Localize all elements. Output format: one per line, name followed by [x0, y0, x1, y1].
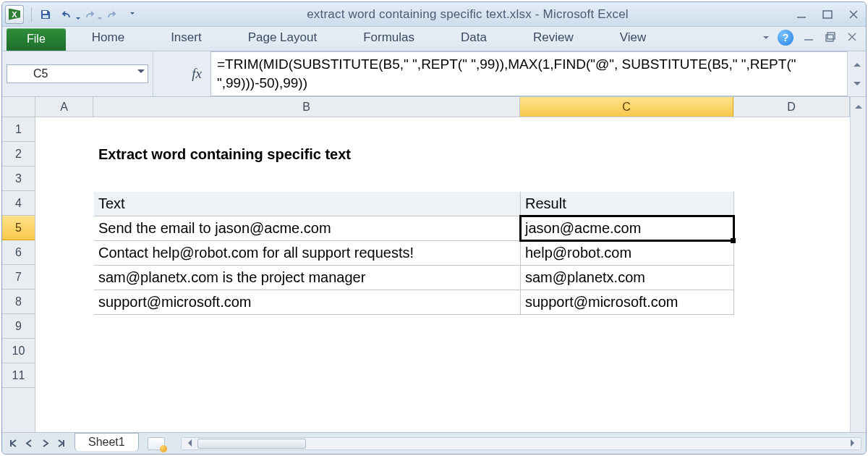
tab-data[interactable]: Data — [454, 26, 494, 51]
ribbon-minimize-caret-icon[interactable] — [763, 36, 769, 42]
row-header[interactable]: 4 — [2, 191, 35, 216]
formula-scroll-down[interactable] — [848, 74, 866, 96]
window-controls — [795, 8, 860, 21]
redo-icon — [83, 9, 95, 20]
name-box-wrap: C5 — [2, 51, 153, 96]
undo-icon — [61, 9, 73, 20]
minimize-icon — [802, 30, 815, 43]
svg-rect-1 — [43, 15, 48, 18]
col-header-A[interactable]: A — [35, 97, 93, 117]
row-header[interactable]: 8 — [2, 290, 35, 314]
row-header[interactable]: 2 — [2, 142, 35, 166]
name-box[interactable]: C5 — [7, 64, 148, 83]
maximize-button[interactable] — [821, 8, 834, 21]
cell-C6[interactable]: help@robot.com — [521, 241, 734, 266]
fill-handle[interactable] — [731, 238, 736, 243]
header-result[interactable]: Result — [521, 192, 734, 216]
horizontal-scrollbar[interactable] — [181, 437, 861, 450]
row-header[interactable]: 3 — [2, 166, 35, 191]
quick-access-toolbar — [31, 7, 140, 22]
qat-customize-button[interactable] — [124, 7, 140, 22]
row-header[interactable]: 5 — [2, 216, 35, 240]
triangle-up-icon — [855, 101, 862, 109]
svg-rect-0 — [43, 11, 47, 14]
ribbon-right-controls: ? — [763, 30, 859, 46]
column-headers: A B C D — [35, 97, 850, 117]
tab-formulas[interactable]: Formulas — [356, 26, 422, 51]
sheet-tab-sheet1[interactable]: Sheet1 — [75, 433, 139, 451]
tab-page-layout[interactable]: Page Layout — [241, 26, 324, 51]
cell-C8[interactable]: support@microsoft.com — [521, 290, 734, 315]
dropdown-caret-icon — [130, 12, 135, 17]
dropdown-caret-icon — [98, 17, 102, 22]
sheet-nav-first[interactable] — [7, 437, 20, 450]
row-header[interactable]: 9 — [2, 314, 35, 339]
cell-C5[interactable]: jason@acme.com — [521, 216, 734, 241]
close-icon — [846, 30, 859, 43]
formula-bar: C5 fx =TRIM(MID(SUBSTITUTE(B5," ",REPT("… — [2, 51, 866, 97]
triangle-down-icon — [854, 82, 861, 89]
minimize-icon — [795, 8, 808, 21]
header-text[interactable]: Text — [94, 192, 521, 216]
formula-scroll-up[interactable] — [848, 51, 866, 74]
formula-input[interactable]: =TRIM(MID(SUBSTITUTE(B5," ",REPT(" ",99)… — [210, 51, 847, 96]
formula-text: =TRIM(MID(SUBSTITUTE(B5," ",REPT(" ",99)… — [217, 55, 841, 93]
title-bar: extract word containing specific text.xl… — [2, 2, 866, 27]
close-button[interactable] — [847, 8, 860, 21]
tab-review[interactable]: Review — [526, 26, 581, 51]
minimize-button[interactable] — [795, 8, 808, 21]
worksheet-grid[interactable]: A B C D 1 2 3 4 5 6 7 8 9 10 11 Extract … — [2, 97, 866, 432]
sheet-nav-last[interactable] — [54, 437, 67, 450]
save-icon — [40, 9, 51, 20]
row-header[interactable]: 10 — [2, 339, 35, 363]
svg-rect-2 — [823, 11, 832, 18]
redo-button[interactable] — [81, 7, 97, 22]
col-header-C[interactable]: C — [520, 97, 733, 117]
col-header-B[interactable]: B — [93, 97, 520, 117]
ribbon-tabs: File Home Insert Page Layout Formulas Da… — [2, 27, 866, 51]
sheet-table: Extract word containing specific text Te… — [35, 117, 867, 389]
help-button[interactable]: ? — [778, 30, 793, 46]
row-header[interactable]: 6 — [2, 240, 35, 265]
qat-separator — [31, 7, 32, 22]
formula-bar-expand — [847, 51, 866, 96]
fx-label[interactable]: fx — [153, 51, 210, 96]
vertical-scrollbar[interactable] — [850, 97, 866, 432]
sheet-nav-next[interactable] — [38, 437, 51, 450]
tab-insert[interactable]: Insert — [163, 26, 209, 51]
doc-minimize-button[interactable] — [802, 30, 815, 46]
sheet-title[interactable]: Extract word containing specific text — [94, 143, 521, 167]
tab-view[interactable]: View — [613, 26, 654, 51]
select-all-corner[interactable] — [2, 97, 35, 117]
doc-close-button[interactable] — [846, 30, 859, 46]
triangle-left-icon — [184, 439, 192, 447]
sheet-nav-prev[interactable] — [22, 437, 35, 450]
excel-window: extract word containing specific text.xl… — [1, 1, 867, 455]
cell-B8[interactable]: support@microsoft.com — [94, 290, 521, 315]
file-tab[interactable]: File — [7, 28, 66, 51]
col-header-D[interactable]: D — [733, 97, 850, 117]
doc-restore-button[interactable] — [824, 30, 837, 46]
row-header[interactable]: 7 — [2, 265, 35, 290]
cell-C7[interactable]: sam@planetx.com — [521, 266, 734, 290]
repeat-button[interactable] — [103, 7, 119, 22]
row-header[interactable]: 11 — [2, 363, 35, 388]
row-headers: 1 2 3 4 5 6 7 8 9 10 11 — [2, 117, 35, 432]
scrollbar-thumb[interactable] — [197, 439, 306, 449]
app-menu-button[interactable] — [5, 5, 24, 24]
tab-home[interactable]: Home — [85, 26, 132, 51]
excel-logo-icon — [9, 9, 20, 20]
maximize-icon — [821, 8, 834, 21]
repeat-icon — [105, 9, 116, 20]
cell-B7[interactable]: sam@planetx.com is the project manager — [94, 266, 521, 290]
cell-area[interactable]: Extract word containing specific text Te… — [35, 117, 850, 432]
cell-B5[interactable]: Send the email to jason@acme.com — [94, 216, 521, 241]
cell-B6[interactable]: Contact help@robot.com for all support r… — [94, 241, 521, 266]
save-button[interactable] — [38, 7, 54, 22]
restore-icon — [824, 30, 837, 43]
new-sheet-button[interactable] — [148, 437, 165, 450]
undo-button[interactable] — [59, 7, 75, 22]
triangle-right-icon — [851, 439, 858, 447]
close-icon — [847, 8, 860, 21]
row-header[interactable]: 1 — [2, 117, 35, 142]
